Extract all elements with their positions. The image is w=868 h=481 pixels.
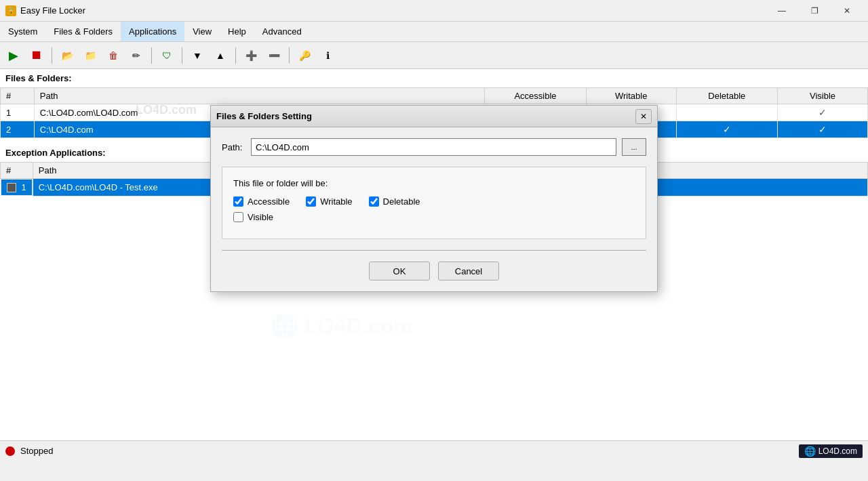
remove-button[interactable]: 🗑 — [102, 45, 124, 66]
checkbox-accessible-label: Accessible — [248, 196, 290, 207]
row-deletable: ✓ — [676, 121, 777, 138]
cancel-button[interactable]: Cancel — [438, 262, 499, 280]
checkbox-deletable-input[interactable] — [369, 196, 379, 207]
files-folders-label: Files & Folders: — [0, 69, 868, 87]
logo-text: LO4D.com — [818, 446, 857, 456]
checkbox-visible[interactable]: Visible — [233, 212, 273, 222]
watermark-logo: 🌐 LO4D.com — [271, 313, 413, 339]
checkbox-writable[interactable]: Writable — [306, 196, 352, 207]
checkbox-writable-label: Writable — [320, 196, 352, 207]
checkbox-visible-input[interactable] — [233, 212, 243, 222]
menu-bar: System Files & Folders Applications View… — [0, 22, 868, 42]
remove-app-button[interactable]: ➖ — [263, 45, 285, 66]
path-row: Path: ... — [222, 138, 646, 156]
path-input[interactable] — [251, 138, 616, 156]
dialog-divider — [222, 250, 646, 251]
menu-view[interactable]: View — [184, 22, 220, 41]
dialog-body: Path: ... This file or folder will be: A… — [211, 127, 657, 291]
checkbox-writable-input[interactable] — [306, 196, 316, 207]
title-bar-controls: — ❐ ✕ — [766, 1, 863, 20]
dialog-files-folders-setting: Files & Folders Setting ✕ Path: ... This… — [210, 105, 658, 292]
settings-box: This file or folder will be: Accessible … — [222, 167, 646, 239]
info-button[interactable]: ℹ — [317, 45, 338, 66]
status-bar: Stopped 🌐 LO4D.com — [0, 440, 868, 461]
col-accessible: Accessible — [485, 88, 586, 104]
menu-system[interactable]: System — [0, 22, 45, 41]
row-visible: ✓ — [778, 121, 868, 138]
browse-button[interactable]: ... — [622, 138, 646, 156]
ok-button[interactable]: OK — [369, 262, 430, 280]
key-button[interactable]: 🔑 — [294, 45, 315, 66]
checkbox-accessible[interactable]: Accessible — [233, 196, 290, 207]
dialog-buttons: OK Cancel — [222, 262, 646, 280]
close-button[interactable]: ✕ — [831, 1, 863, 20]
col-path: Path — [34, 88, 484, 104]
edit-button[interactable]: ✏ — [125, 45, 147, 66]
col-writable: Writable — [586, 88, 676, 104]
dialog-close-button[interactable]: ✕ — [635, 109, 652, 124]
open2-button[interactable]: 📁 — [79, 45, 101, 66]
row-deletable — [676, 104, 777, 121]
stop-button[interactable]: ⏹ — [26, 45, 47, 66]
checkbox-deletable-label: Deletable — [383, 196, 420, 207]
toolbar: ▶ ⏹ 📂 📁 🗑 ✏ 🛡 ▼ ▲ ➕ ➖ 🔑 ℹ — [0, 42, 868, 69]
col-num: # — [1, 88, 35, 104]
checkboxes-row-2: Visible — [233, 212, 635, 222]
path-label: Path: — [222, 142, 245, 152]
row-num: 2 — [1, 121, 35, 138]
toolbar-sep-1 — [52, 47, 52, 64]
settings-desc: This file or folder will be: — [233, 178, 635, 188]
col-deletable: Deletable — [676, 88, 777, 104]
toolbar-sep-4 — [235, 47, 236, 64]
title-bar: 🔒 Easy File Locker — ❐ ✕ — [0, 0, 868, 22]
logo-badge: 🌐 LO4D.com — [799, 444, 863, 458]
checkbox-deletable[interactable]: Deletable — [369, 196, 420, 207]
menu-help[interactable]: Help — [220, 22, 254, 41]
exc-row-num: 1 — [1, 179, 33, 196]
toolbar-sep-3 — [182, 47, 182, 64]
checkbox-visible-label: Visible — [248, 212, 273, 222]
open-button[interactable]: 📂 — [56, 45, 78, 66]
checkbox-accessible-input[interactable] — [233, 196, 243, 207]
col-visible: Visible — [778, 88, 868, 104]
app-title: Easy File Locker — [20, 5, 766, 16]
row-visible: ✓ — [778, 104, 868, 121]
menu-applications[interactable]: Applications — [121, 22, 184, 41]
minimize-button[interactable]: — — [766, 1, 797, 20]
exc-col-num: # — [1, 163, 33, 179]
menu-files-folders[interactable]: Files & Folders — [45, 22, 121, 41]
app-icon: 🔒 — [5, 5, 16, 16]
add-app-button[interactable]: ➕ — [240, 45, 262, 66]
toolbar-sep-5 — [289, 47, 290, 64]
status-indicator — [5, 446, 15, 456]
checkboxes-row-1: Accessible Writable Deletable — [233, 196, 635, 207]
dialog-title: Files & Folders Setting — [216, 111, 635, 121]
down-button[interactable]: ▼ — [186, 45, 208, 66]
menu-advanced[interactable]: Advanced — [254, 22, 310, 41]
start-button[interactable]: ▶ — [3, 45, 24, 66]
shield-button[interactable]: 🛡 — [156, 45, 178, 66]
dialog-titlebar: Files & Folders Setting ✕ — [211, 106, 657, 127]
row-num: 1 — [1, 104, 35, 121]
status-text: Stopped — [20, 446, 53, 456]
up-button[interactable]: ▲ — [210, 45, 231, 66]
restore-button[interactable]: ❐ — [799, 1, 830, 20]
toolbar-sep-2 — [151, 47, 152, 64]
